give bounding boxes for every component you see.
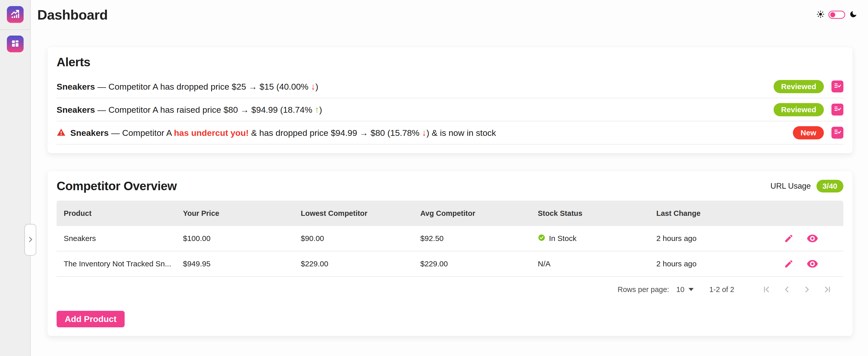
cell-actions: [758, 234, 843, 243]
rows-per-page-label: Rows per page:: [618, 286, 669, 294]
theme-toggle-knob: [830, 12, 835, 17]
next-page-button[interactable]: [801, 284, 813, 295]
sidebar: [0, 0, 31, 356]
alert-row: Sneakers — Competitor A has dropped pric…: [57, 75, 843, 98]
pagination-range: 1-2 of 2: [709, 286, 734, 294]
col-header-stock-status: Stock Status: [531, 209, 649, 218]
mark-reviewed-button[interactable]: [832, 81, 843, 92]
theme-toggle[interactable]: [828, 11, 845, 19]
cell-actions: [758, 259, 843, 269]
alert-message: Sneakers — Competitor A has dropped pric…: [57, 81, 774, 92]
alert-product: Sneakers: [57, 82, 95, 91]
alert-body-text: & has dropped price $94.99 → $80 (15.78%: [251, 128, 419, 138]
status-badge: Reviewed: [774, 80, 824, 93]
alert-body-text: — Competitor A has raised price $80 → $9…: [97, 105, 312, 115]
url-usage-label: URL Usage: [771, 182, 811, 191]
overview-header: Competitor Overview URL Usage 3/40: [57, 179, 843, 193]
first-page-button[interactable]: [761, 284, 772, 295]
stock-status-text: In Stock: [549, 234, 577, 243]
rows-per-page-select[interactable]: 10: [676, 286, 693, 294]
moon-icon: [849, 10, 857, 19]
cell-last-change: 2 hours ago: [649, 234, 758, 243]
cell-avg-competitor: $92.50: [413, 234, 531, 243]
col-header-last-change: Last Change: [649, 209, 758, 218]
app-logo[interactable]: [7, 6, 24, 23]
chevron-right-icon: [26, 235, 35, 245]
alert-product: Sneakers: [57, 105, 95, 115]
overview-title: Competitor Overview: [57, 179, 177, 193]
cell-product: The Inventory Not Tracked Sn...: [57, 260, 176, 268]
status-badge: Reviewed: [774, 103, 824, 116]
col-header-your-price: Your Price: [176, 209, 293, 218]
cell-your-price: $949.95: [176, 260, 293, 268]
last-page-button[interactable]: [822, 284, 833, 295]
table-row: The Inventory Not Tracked Sn... $949.95 …: [57, 251, 843, 277]
cell-stock-status: N/A: [531, 260, 649, 268]
in-stock-check-icon: [538, 234, 546, 243]
sidebar-item-dashboard[interactable]: [7, 35, 24, 52]
edit-pencil-icon[interactable]: [784, 259, 794, 269]
sidebar-nav-section: [0, 30, 30, 58]
alert-message: Sneakers — Competitor A has raised price…: [57, 105, 774, 115]
view-eye-icon[interactable]: [807, 234, 818, 243]
cell-avg-competitor: $229.00: [413, 260, 531, 268]
view-eye-icon[interactable]: [807, 260, 818, 268]
cell-your-price: $100.00: [176, 234, 293, 243]
alerts-card: Alerts Sneakers — Competitor A has dropp…: [47, 47, 853, 153]
mark-reviewed-button[interactable]: [832, 103, 843, 116]
competitor-table: Product Your Price Lowest Competitor Avg…: [57, 201, 843, 302]
warning-icon: [57, 128, 66, 137]
alert-body-text: — Competitor A: [111, 128, 172, 138]
col-header-product: Product: [57, 209, 176, 218]
checklist-check-icon: [834, 105, 842, 115]
status-badge: New: [793, 126, 824, 140]
cell-lowest-competitor: $90.00: [293, 234, 413, 243]
competitor-overview-card: Competitor Overview URL Usage 3/40 Produ…: [47, 171, 853, 336]
col-header-avg-competitor: Avg Competitor: [413, 209, 531, 218]
alert-body-text: — Competitor A has dropped price $25 → $…: [97, 82, 309, 91]
add-product-button[interactable]: Add Product: [57, 311, 125, 327]
rows-per-page-value: 10: [676, 286, 684, 294]
edit-pencil-icon[interactable]: [784, 234, 794, 243]
undercut-warning-text: has undercut you!: [174, 128, 249, 138]
theme-controls: [817, 10, 857, 19]
checklist-check-icon: [834, 128, 842, 138]
cell-last-change: 2 hours ago: [649, 260, 758, 268]
price-down-arrow: ↓: [311, 81, 315, 92]
sidebar-expand-button[interactable]: [24, 224, 36, 256]
url-usage-badge: 3/40: [816, 180, 843, 192]
col-header-lowest-competitor: Lowest Competitor: [293, 209, 413, 218]
alert-close-text: ): [319, 105, 322, 115]
alert-close-text: ): [315, 82, 318, 91]
alert-row: Sneakers — Competitor A has raised price…: [57, 98, 843, 121]
checklist-check-icon: [834, 82, 842, 92]
cell-lowest-competitor: $229.00: [293, 260, 413, 268]
page-title: Dashboard: [37, 7, 108, 23]
dashboard-grid-icon: [10, 38, 20, 50]
sidebar-logo-section: [0, 0, 30, 30]
table-row: Sneakers $100.00 $90.00 $92.50 In Stock …: [57, 226, 843, 251]
alert-product: Sneakers: [70, 128, 108, 138]
alert-row: Sneakers — Competitor A has undercut you…: [57, 121, 843, 145]
cell-product: Sneakers: [57, 234, 176, 243]
alerts-list: Sneakers — Competitor A has dropped pric…: [57, 75, 843, 145]
page-header: Dashboard: [31, 0, 868, 29]
url-usage: URL Usage 3/40: [771, 180, 843, 192]
sun-icon: [817, 10, 824, 19]
table-pagination: Rows per page: 10 1-2 of 2: [57, 277, 843, 302]
cell-stock-status: In Stock: [531, 234, 649, 243]
table-header-row: Product Your Price Lowest Competitor Avg…: [57, 201, 843, 226]
price-up-arrow: ↑: [315, 105, 319, 115]
price-down-arrow: ↓: [422, 127, 426, 138]
previous-page-button[interactable]: [781, 284, 793, 295]
mark-reviewed-button[interactable]: [832, 127, 843, 139]
chart-trending-up-icon: [10, 9, 21, 20]
alert-close-text: ) & is now in stock: [426, 128, 496, 138]
caret-down-icon: [688, 288, 694, 291]
alert-message: Sneakers — Competitor A has undercut you…: [57, 127, 793, 138]
alerts-title: Alerts: [57, 55, 843, 69]
